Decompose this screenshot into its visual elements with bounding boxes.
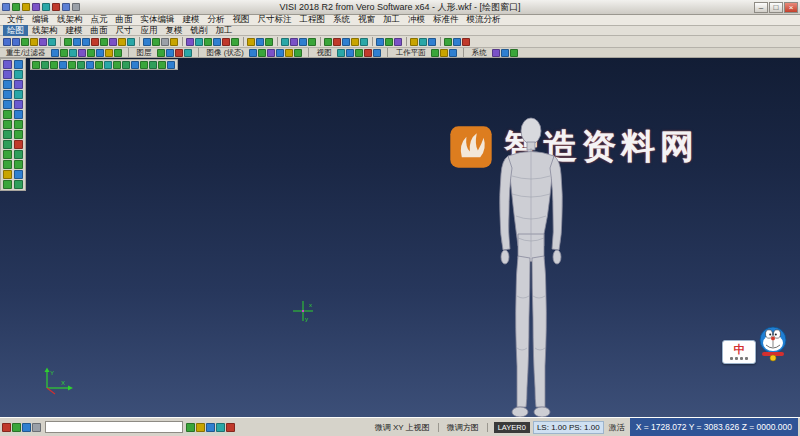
toolbar-icon[interactable] [3, 110, 12, 119]
toolbar-icon[interactable] [14, 80, 23, 89]
toolbar-icon[interactable] [22, 3, 30, 11]
toolbar-icon[interactable] [14, 150, 23, 159]
toolbar-icon[interactable] [152, 38, 160, 46]
toolbar-icon[interactable] [376, 38, 384, 46]
menu-item[interactable]: 绘图 [3, 25, 28, 37]
toolbar-icon[interactable] [385, 38, 393, 46]
menu-item[interactable]: 曲面 [87, 25, 112, 37]
toolbar-icon[interactable] [324, 38, 332, 46]
ime-language-box[interactable]: 中 [722, 340, 756, 364]
toolbar-icon[interactable] [196, 423, 205, 432]
toolbar-icon[interactable] [14, 120, 23, 129]
toolbar-icon[interactable] [14, 100, 23, 109]
minimize-button[interactable]: – [754, 2, 768, 13]
snap-mode-indicator[interactable]: 微调 XY 上视图 [373, 422, 432, 433]
toolbar-icon[interactable] [77, 61, 85, 69]
menu-item[interactable]: 线架构 [28, 25, 62, 37]
toolbar-icon[interactable] [394, 38, 402, 46]
toolbar-icon[interactable] [444, 38, 452, 46]
toolbar-icon[interactable] [3, 150, 12, 159]
toolbar-icon[interactable] [247, 38, 255, 46]
scale-indicator[interactable]: LS: 1.00 PS: 1.00 [533, 421, 604, 434]
toolbar-icon[interactable] [3, 160, 12, 169]
activate-indicator[interactable]: 激活 [607, 422, 627, 433]
toolbar-icon[interactable] [51, 49, 59, 57]
toolbar-icon[interactable] [32, 61, 40, 69]
toolbar-icon[interactable] [131, 61, 139, 69]
group-label-layers[interactable]: 图层 [134, 48, 155, 58]
toolbar-icon[interactable] [355, 49, 363, 57]
menu-item[interactable]: 冲模 [404, 14, 429, 26]
toolbar-icon[interactable] [96, 49, 104, 57]
toolbar-icon[interactable] [118, 38, 126, 46]
toolbar-icon[interactable] [294, 49, 302, 57]
toolbar-icon[interactable] [72, 3, 80, 11]
toolbar-icon[interactable] [3, 140, 12, 149]
group-label-workplane[interactable]: 工作平面 [393, 48, 429, 58]
toolbar-icon[interactable] [449, 49, 457, 57]
menu-item[interactable]: 工程图 [296, 14, 330, 26]
toolbar-icon[interactable] [360, 38, 368, 46]
toolbar-icon[interactable] [299, 38, 307, 46]
toolbar-icon[interactable] [3, 38, 11, 46]
toolbar-icon[interactable] [453, 38, 461, 46]
toolbar-icon[interactable] [91, 38, 99, 46]
toolbar-icon[interactable] [78, 49, 86, 57]
toolbar-icon[interactable] [32, 423, 41, 432]
toolbar-icon[interactable] [104, 61, 112, 69]
toolbar-icon[interactable] [113, 61, 121, 69]
toolbar-icon[interactable] [114, 49, 122, 57]
toolbar-icon[interactable] [12, 38, 20, 46]
toolbar-icon[interactable] [12, 423, 21, 432]
toolbar-icon[interactable] [14, 140, 23, 149]
toolbar-icon[interactable] [3, 180, 12, 189]
toolbar-icon[interactable] [140, 61, 148, 69]
toolbar-icon[interactable] [258, 49, 266, 57]
maximize-button[interactable]: □ [769, 2, 783, 13]
toolbar-icon[interactable] [14, 70, 23, 79]
menu-item[interactable]: 视窗 [354, 14, 379, 26]
toolbar-icon[interactable] [492, 49, 500, 57]
toolbar-icon[interactable] [222, 38, 230, 46]
toolbar-icon[interactable] [3, 120, 12, 129]
toolbar-icon[interactable] [14, 90, 23, 99]
menu-item[interactable]: 模流分析 [463, 14, 505, 26]
toolbar-icon[interactable] [48, 38, 56, 46]
menu-item[interactable]: 加工 [212, 25, 237, 37]
toolbar-icon[interactable] [184, 49, 192, 57]
viewport-3d[interactable]: 智造资料网 [0, 58, 800, 417]
toolbar-icon[interactable] [105, 49, 113, 57]
toolbar-icon[interactable] [52, 3, 60, 11]
toolbar-icon[interactable] [419, 38, 427, 46]
menu-item[interactable]: 复模 [162, 25, 187, 37]
toolbar-icon[interactable] [2, 3, 10, 11]
menu-item[interactable]: 应用 [137, 25, 162, 37]
toolbar-icon[interactable] [14, 130, 23, 139]
toolbar-icon[interactable] [95, 61, 103, 69]
toolbar-icon[interactable] [166, 49, 174, 57]
menu-item[interactable]: 尺寸标注 [254, 14, 296, 26]
toolbar-icon[interactable] [510, 49, 518, 57]
toolbar-icon[interactable] [3, 80, 12, 89]
toolbar-icon[interactable] [50, 61, 58, 69]
toolbar-icon[interactable] [428, 38, 436, 46]
toolbar-icon[interactable] [62, 3, 70, 11]
human-model[interactable] [486, 116, 576, 417]
toolbar-icon[interactable] [3, 170, 12, 179]
toolbar-icon[interactable] [267, 49, 275, 57]
toolbar-icon[interactable] [3, 100, 12, 109]
toolbar-icon[interactable] [170, 38, 178, 46]
toolbar-icon[interactable] [149, 61, 157, 69]
toolbar-icon[interactable] [167, 61, 175, 69]
toolbar-icon[interactable] [213, 38, 221, 46]
toolbar-icon[interactable] [158, 61, 166, 69]
view-mode-indicator[interactable]: 微调方图 [445, 422, 481, 433]
group-label-views[interactable]: 视图 [314, 48, 335, 58]
close-button[interactable]: × [784, 2, 798, 13]
toolbar-icon[interactable] [226, 423, 235, 432]
toolbar-icon[interactable] [281, 38, 289, 46]
toolbar-icon[interactable] [14, 60, 23, 69]
menu-item[interactable]: 加工 [379, 14, 404, 26]
ime-language-indicator[interactable]: 中 [734, 344, 745, 355]
toolbar-icon[interactable] [100, 38, 108, 46]
